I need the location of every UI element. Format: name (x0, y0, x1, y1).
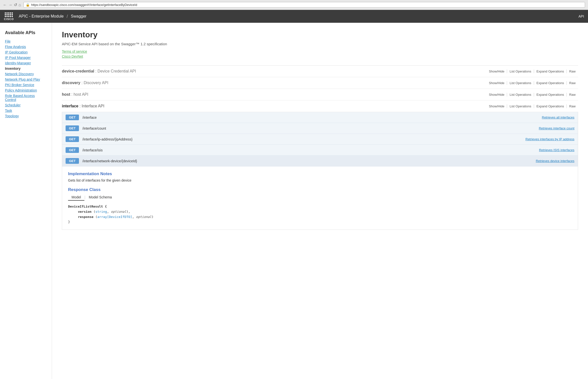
endpoint-path-interface-isis: /interface/isis (82, 148, 539, 152)
reload-icon[interactable]: ↺ (14, 2, 17, 7)
endpoint-row-interface-isis[interactable]: GET /interface/isis Retrieves ISIS inter… (62, 145, 578, 156)
raw-device-credential[interactable]: Raw (566, 70, 578, 73)
sidebar-title: Available APIs (5, 30, 47, 35)
api-controls-device-credential: Show/Hide List Operations Expand Operati… (486, 70, 578, 73)
endpoint-path-interface-count: /interface/count (82, 126, 539, 130)
cisco-wordmark: CISCO (4, 18, 14, 21)
model-close-brace: } (68, 220, 70, 224)
expand-ops-discovery[interactable]: Expand Operations (534, 81, 566, 85)
api-row-title-device-credential: device-credential : Device Credential AP… (62, 69, 486, 73)
nav-separator: / (67, 14, 68, 19)
sidebar-item-flow-analysis[interactable]: Flow Analysis (5, 45, 47, 49)
endpoint-path-interface-device: /interface/network-device/{deviceId} (82, 159, 536, 163)
list-ops-discovery[interactable]: List Operations (507, 81, 534, 85)
get-badge-interface: GET (66, 115, 79, 120)
list-ops-device-credential[interactable]: List Operations (507, 70, 534, 73)
get-badge-interface-isis: GET (66, 147, 79, 153)
expand-ops-interface[interactable]: Expand Operations (534, 104, 566, 108)
sidebar-item-ip-geolocation[interactable]: IP Geolocation (5, 50, 47, 54)
interface-expanded: GET /interface Retrieves all interfaces … (62, 112, 578, 230)
model-field-response-type: array[DeviceIfDTO] (97, 215, 132, 219)
api-row-interface: interface : Interface API Show/Hide List… (62, 100, 578, 112)
browser-url-text: https://sandboxapic.cisco.com/swagger#!/… (31, 3, 137, 7)
api-row-title-discovery: discovery : Discovery API (62, 81, 486, 85)
list-ops-host[interactable]: List Operations (507, 93, 534, 96)
page-subtitle: APIC-EM Service API based on the Swagger… (62, 42, 578, 46)
model-field-response-optional: optional (136, 215, 152, 219)
sidebar-item-file[interactable]: File (5, 39, 47, 43)
tab-model-schema[interactable]: Model Schema (85, 194, 115, 201)
api-controls-interface: Show/Hide List Operations Expand Operati… (486, 104, 578, 108)
sidebar-item-network-plug-and-play[interactable]: Network Plug and Play (5, 77, 47, 81)
app-title: APIC - Enterprise Module (19, 14, 64, 19)
model-field-version-optional: optional (111, 210, 126, 213)
ssl-lock-icon: 🔒 (26, 3, 30, 7)
sidebar-item-scheduler[interactable]: Scheduler (5, 103, 47, 107)
model-field-version-type: string (95, 210, 107, 213)
expand-ops-device-credential[interactable]: Expand Operations (534, 70, 566, 73)
endpoint-desc-interface-isis[interactable]: Retrieves ISIS interfaces (539, 148, 574, 152)
raw-interface[interactable]: Raw (566, 104, 578, 108)
api-row-title-host: host : host API (62, 92, 486, 97)
model-field-response-name: response (78, 215, 94, 219)
raw-host[interactable]: Raw (566, 93, 578, 96)
show-hide-discovery[interactable]: Show/Hide (486, 81, 507, 85)
api-row-discovery: discovery : Discovery API Show/Hide List… (62, 77, 578, 89)
api-row-title-interface: interface : Interface API (62, 104, 486, 108)
main-container: Available APIs File Flow Analysis IP Geo… (0, 23, 588, 379)
list-ops-interface[interactable]: List Operations (507, 104, 534, 108)
terms-of-service-link[interactable]: Terms of service (62, 49, 578, 53)
sidebar-item-inventory[interactable]: Inventory (5, 67, 47, 71)
api-row-device-credential: device-credential : Device Credential AP… (62, 66, 578, 77)
model-code: DeviceIfListResult { version (string, op… (68, 204, 572, 225)
raw-discovery[interactable]: Raw (566, 81, 578, 85)
api-controls-host: Show/Hide List Operations Expand Operati… (486, 93, 578, 96)
api-controls-discovery: Show/Hide List Operations Expand Operati… (486, 81, 578, 85)
show-hide-interface[interactable]: Show/Hide (486, 104, 507, 108)
show-hide-host[interactable]: Show/Hide (486, 93, 507, 96)
endpoint-row-interface[interactable]: GET /interface Retrieves all interfaces (62, 112, 578, 123)
get-badge-interface-device: GET (66, 158, 79, 164)
browser-url-bar[interactable]: 🔒 https://sandboxapic.cisco.com/swagger#… (24, 2, 585, 8)
endpoint-row-interface-ip[interactable]: GET /interface/ip-address/{ipAddress} Re… (62, 134, 578, 145)
content-area: Inventory APIC-EM Service API based on t… (52, 23, 588, 379)
get-badge-interface-ip: GET (66, 136, 79, 142)
implementation-notes-text: Gets list of interfaces for the given de… (68, 178, 572, 182)
implementation-notes-title: Implementation Notes (68, 171, 572, 176)
sidebar-item-ip-pool-manager[interactable]: IP Pool Manager (5, 56, 47, 60)
sidebar-item-topology[interactable]: Topology (5, 114, 47, 118)
api-sections: device-credential : Device Credential AP… (62, 65, 578, 230)
model-class-name: DeviceIfListResult { (68, 205, 107, 208)
endpoint-row-interface-device[interactable]: GET /interface/network-device/{deviceId}… (62, 156, 578, 166)
browser-nav-icons: ← → ↺ ⌂ (3, 2, 21, 7)
top-nav: CISCO APIC - Enterprise Module / Swagger… (0, 10, 588, 23)
endpoint-desc-interface-device[interactable]: Retrieves device interfaces (536, 159, 574, 163)
back-icon[interactable]: ← (3, 3, 7, 7)
sidebar-item-pki-broker-service[interactable]: PKI Broker Service (5, 83, 47, 87)
response-class-title: Response Class (68, 187, 572, 192)
cisco-logo: CISCO (4, 12, 14, 21)
sidebar-item-role-based-access-control[interactable]: Role Based Access Control (5, 94, 47, 102)
endpoint-row-interface-count[interactable]: GET /interface/count Retrieves interface… (62, 123, 578, 134)
home-icon[interactable]: ⌂ (19, 3, 21, 7)
model-field-version-name: version (78, 210, 92, 213)
cisco-devnet-link[interactable]: Cisco DevNet (62, 54, 578, 58)
page-links: Terms of service Cisco DevNet (62, 49, 578, 58)
endpoint-desc-interface-ip[interactable]: Retrieves interfaces by IP address (525, 137, 574, 141)
endpoint-desc-interface[interactable]: Retrieves all interfaces (542, 116, 575, 119)
endpoint-desc-interface-count[interactable]: Retrieves interface count (539, 126, 574, 130)
get-badge-interface-count: GET (66, 125, 79, 131)
sidebar-item-network-discovery[interactable]: Network Discovery (5, 72, 47, 76)
sidebar-item-task[interactable]: Task (5, 109, 47, 113)
endpoint-path-interface: /interface (82, 116, 542, 119)
sidebar-item-identity-manager[interactable]: Identity-Manager (5, 61, 47, 65)
api-label: API (578, 14, 584, 18)
sidebar: Available APIs File Flow Analysis IP Geo… (0, 23, 52, 379)
show-hide-device-credential[interactable]: Show/Hide (486, 70, 507, 73)
expand-ops-host[interactable]: Expand Operations (534, 93, 566, 96)
tab-model[interactable]: Model (68, 194, 84, 201)
endpoint-path-interface-ip: /interface/ip-address/{ipAddress} (82, 137, 525, 141)
forward-icon[interactable]: → (8, 3, 12, 7)
sidebar-item-policy-administration[interactable]: Policy Administration (5, 88, 47, 92)
browser-bar: ← → ↺ ⌂ 🔒 https://sandboxapic.cisco.com/… (0, 0, 588, 10)
